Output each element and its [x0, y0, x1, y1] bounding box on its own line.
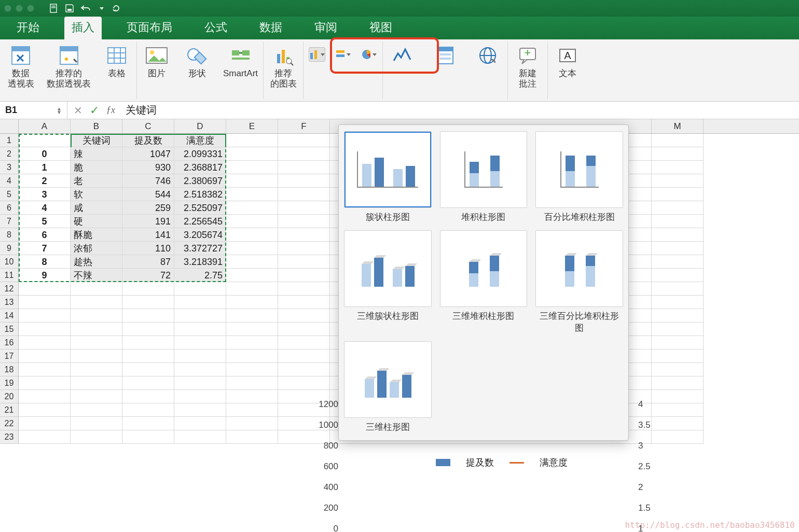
cell[interactable] — [278, 269, 330, 282]
cell[interactable]: 1 — [19, 161, 71, 174]
row-header[interactable]: 10 — [0, 255, 19, 269]
cell[interactable] — [122, 403, 174, 417]
row-header[interactable]: 1 — [0, 134, 19, 147]
cell[interactable]: 1047 — [122, 147, 174, 161]
chart-tile-stacked-column[interactable] — [440, 131, 528, 208]
cell[interactable] — [226, 228, 278, 242]
cell[interactable]: 辣 — [71, 147, 122, 161]
cell[interactable] — [652, 174, 704, 188]
cell[interactable] — [226, 363, 278, 376]
cell[interactable] — [122, 390, 174, 403]
cell[interactable] — [71, 336, 122, 349]
shapes-button[interactable]: 形状 — [183, 44, 212, 79]
cell[interactable] — [278, 174, 330, 188]
cell[interactable]: 关键词 — [71, 134, 122, 147]
cell[interactable] — [174, 390, 226, 403]
cell[interactable]: 酥脆 — [71, 228, 122, 242]
cell[interactable] — [122, 323, 174, 336]
cell[interactable] — [278, 349, 330, 363]
cell[interactable]: 2.368817 — [174, 161, 226, 174]
cell[interactable] — [122, 363, 174, 376]
cell[interactable] — [652, 201, 704, 215]
row-header[interactable]: 6 — [0, 201, 19, 215]
cell[interactable] — [652, 376, 704, 390]
cell[interactable]: 6 — [19, 228, 71, 242]
cell[interactable] — [652, 363, 704, 376]
cell[interactable] — [71, 323, 122, 336]
text-box-button[interactable]: A 文本 — [553, 44, 582, 79]
cell[interactable]: 2 — [19, 174, 71, 188]
cell[interactable] — [19, 376, 71, 390]
cell[interactable] — [652, 255, 704, 269]
cell[interactable] — [278, 255, 330, 269]
name-box[interactable]: B1 ▲▼ — [0, 102, 67, 119]
tab-home[interactable]: 开始 — [9, 17, 47, 39]
cell[interactable] — [278, 228, 330, 242]
cell[interactable]: 浓郁 — [71, 242, 122, 255]
cell[interactable] — [71, 363, 122, 376]
cell[interactable] — [19, 282, 71, 296]
row-header[interactable]: 4 — [0, 174, 19, 188]
row-header[interactable]: 5 — [0, 188, 19, 201]
recommended-pivot-button[interactable]: 推荐的 数据透视表 — [47, 44, 91, 89]
cell[interactable] — [19, 417, 71, 430]
cell[interactable] — [71, 430, 122, 444]
formula-input[interactable]: 关键词 — [121, 103, 799, 117]
cell[interactable]: 咸 — [71, 201, 122, 215]
cell[interactable] — [71, 403, 122, 417]
pivot-table-button[interactable]: 数据 透视表 — [6, 44, 35, 89]
cell[interactable] — [278, 242, 330, 255]
row-header[interactable]: 15 — [0, 323, 19, 336]
cell[interactable] — [226, 174, 278, 188]
cell[interactable] — [19, 323, 71, 336]
cell[interactable] — [652, 349, 704, 363]
cell[interactable] — [278, 161, 330, 174]
cell[interactable] — [226, 390, 278, 403]
cell[interactable] — [122, 349, 174, 363]
cell[interactable]: 72 — [122, 269, 174, 282]
cell[interactable]: 3.205674 — [174, 228, 226, 242]
cell[interactable] — [71, 349, 122, 363]
cell[interactable] — [652, 309, 704, 323]
tab-insert[interactable]: 插入 — [64, 17, 102, 39]
cell[interactable]: 2.525097 — [174, 201, 226, 215]
cell[interactable]: 趁热 — [71, 255, 122, 269]
cell[interactable] — [19, 309, 71, 323]
cell[interactable] — [122, 376, 174, 390]
cell[interactable]: 191 — [122, 215, 174, 228]
cell[interactable]: 满意度 — [174, 134, 226, 147]
cell[interactable] — [19, 363, 71, 376]
cell[interactable]: 0 — [19, 147, 71, 161]
cell[interactable]: 2.75 — [174, 269, 226, 282]
cell[interactable] — [652, 323, 704, 336]
cell[interactable] — [226, 417, 278, 430]
row-header[interactable]: 2 — [0, 147, 19, 161]
cell[interactable] — [226, 323, 278, 336]
col-header-D[interactable]: D — [174, 119, 226, 133]
cell[interactable] — [278, 309, 330, 323]
cell[interactable] — [122, 282, 174, 296]
recommended-charts-button[interactable]: 推荐 的图表 — [269, 44, 298, 89]
cell[interactable]: 3.218391 — [174, 255, 226, 269]
tab-formulas[interactable]: 公式 — [197, 17, 235, 39]
cell[interactable]: 259 — [122, 201, 174, 215]
cell[interactable] — [226, 215, 278, 228]
chart-tile-3d-stacked-column[interactable] — [440, 230, 528, 307]
cell[interactable] — [174, 417, 226, 430]
cell[interactable] — [226, 161, 278, 174]
cancel-formula-icon[interactable]: ✕ — [74, 104, 82, 117]
cell[interactable] — [226, 309, 278, 323]
quick-undo-dropdown-icon[interactable] — [95, 3, 106, 13]
cell[interactable]: 7 — [19, 242, 71, 255]
row-header[interactable]: 12 — [0, 282, 19, 296]
cell[interactable] — [278, 201, 330, 215]
cell[interactable] — [226, 269, 278, 282]
row-header[interactable]: 18 — [0, 363, 19, 376]
picture-button[interactable]: 图片 — [142, 44, 171, 79]
row-header[interactable]: 20 — [0, 390, 19, 403]
cell[interactable] — [226, 282, 278, 296]
cell[interactable] — [71, 390, 122, 403]
cell[interactable]: 2.518382 — [174, 188, 226, 201]
tab-view[interactable]: 视图 — [362, 17, 400, 39]
cell[interactable] — [71, 417, 122, 430]
